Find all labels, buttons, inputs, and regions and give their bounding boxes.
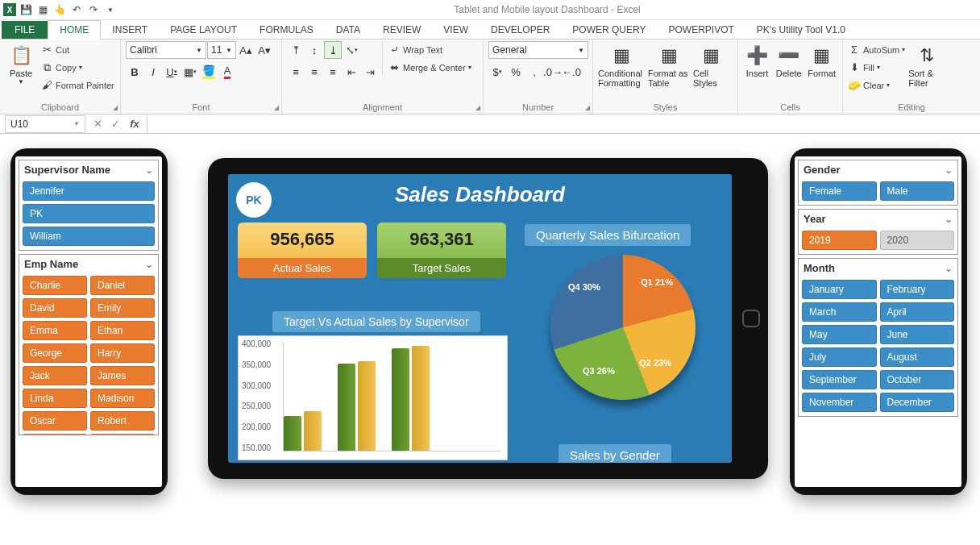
touch-mode-icon[interactable]: 👆 bbox=[52, 2, 67, 17]
slicer-month-item[interactable]: January bbox=[802, 280, 877, 299]
tab-data[interactable]: DATA bbox=[325, 21, 372, 39]
alignment-dialog-launcher[interactable]: ◢ bbox=[475, 104, 480, 111]
decrease-indent-icon[interactable]: ⇤ bbox=[343, 63, 360, 81]
filter-clear-icon[interactable]: ⌄ bbox=[145, 164, 153, 176]
font-color-button[interactable]: A bbox=[218, 63, 236, 81]
slicer-year-item[interactable]: 2020 bbox=[880, 231, 955, 250]
cell-styles-button[interactable]: ▦Cell Styles bbox=[693, 41, 729, 93]
name-box[interactable]: U10▼ bbox=[5, 115, 85, 133]
orientation-icon[interactable]: ⤡▾ bbox=[343, 41, 360, 59]
slicer-year-item[interactable]: 2019 bbox=[802, 231, 877, 250]
underline-button[interactable]: U▾ bbox=[163, 63, 181, 81]
slicer-emp-item[interactable]: George bbox=[23, 343, 87, 363]
slicer-emp-item[interactable]: Jack bbox=[23, 366, 87, 385]
border-button[interactable]: ▦▾ bbox=[181, 63, 199, 81]
number-format-combo[interactable]: General▼ bbox=[488, 41, 588, 59]
slicer-month-item[interactable]: April bbox=[880, 302, 955, 322]
delete-cells-button[interactable]: ➖Delete bbox=[774, 41, 803, 93]
filter-clear-icon[interactable]: ⌄ bbox=[145, 259, 153, 270]
align-right-icon[interactable]: ≡ bbox=[324, 63, 342, 81]
slicer-month-item[interactable]: February bbox=[880, 280, 955, 299]
fill-button[interactable]: ⬇Fill▾ bbox=[848, 59, 905, 76]
tab-developer[interactable]: DEVELOPER bbox=[480, 21, 561, 39]
slicer-supervisor-item[interactable]: Jennifer bbox=[23, 181, 155, 201]
format-painter-button[interactable]: 🖌Format Painter bbox=[40, 77, 114, 94]
slicer-month-item[interactable]: August bbox=[880, 347, 955, 367]
slicer-gender-item[interactable]: Male bbox=[880, 181, 955, 201]
insert-cells-button[interactable]: ➕Insert bbox=[743, 41, 771, 93]
enter-formula-icon[interactable]: ✓ bbox=[106, 115, 124, 133]
slicer-emp-item[interactable]: Emily bbox=[90, 298, 155, 318]
slicer-emp-item[interactable]: Madison bbox=[90, 389, 155, 408]
slicer-gender-item[interactable]: Female bbox=[802, 181, 877, 201]
slicer-month-item[interactable]: March bbox=[802, 302, 877, 322]
decrease-decimal-icon[interactable]: ←.0 bbox=[563, 63, 580, 81]
font-size-combo[interactable]: 11▼ bbox=[207, 41, 236, 59]
align-bottom-icon[interactable]: ⤓ bbox=[324, 41, 342, 59]
slicer-month-item[interactable]: October bbox=[880, 370, 955, 389]
slicer-month-item[interactable]: June bbox=[880, 325, 955, 344]
paste-button[interactable]: 📋 Paste ▼ bbox=[5, 41, 37, 93]
decrease-font-icon[interactable]: A▾ bbox=[255, 41, 273, 59]
slicer-emp-item[interactable]: James bbox=[90, 366, 155, 385]
tab-review[interactable]: REVIEW bbox=[372, 21, 432, 39]
formula-input[interactable] bbox=[147, 115, 980, 133]
slicer-emp-item[interactable]: Robert bbox=[90, 411, 155, 431]
filter-clear-icon[interactable]: ⌄ bbox=[945, 214, 953, 225]
comma-icon[interactable]: , bbox=[525, 63, 543, 81]
clipboard-dialog-launcher[interactable]: ◢ bbox=[113, 104, 118, 111]
italic-button[interactable]: I bbox=[144, 63, 162, 81]
align-middle-icon[interactable]: ↕ bbox=[305, 41, 323, 59]
slicer-emp-item[interactable]: Sophie bbox=[23, 434, 87, 435]
format-cells-button[interactable]: ▦Format bbox=[806, 41, 837, 93]
qat-customize-icon[interactable]: ▼ bbox=[103, 2, 118, 17]
increase-indent-icon[interactable]: ⇥ bbox=[361, 63, 379, 81]
slicer-month-item[interactable]: May bbox=[802, 325, 877, 344]
tab-home[interactable]: HOME bbox=[48, 20, 101, 40]
clear-button[interactable]: 🧽Clear▾ bbox=[848, 77, 905, 94]
percent-icon[interactable]: % bbox=[507, 63, 525, 81]
tab-pk-utility[interactable]: PK's Utility Tool V1.0 bbox=[745, 21, 857, 39]
bold-button[interactable]: B bbox=[126, 63, 143, 81]
slicer-emp-item[interactable]: Oscar bbox=[23, 411, 87, 431]
filter-clear-icon[interactable]: ⌄ bbox=[945, 263, 953, 274]
tab-formulas[interactable]: FORMULAS bbox=[248, 21, 325, 39]
align-center-icon[interactable]: ≡ bbox=[305, 63, 323, 81]
currency-icon[interactable]: $▾ bbox=[488, 63, 506, 81]
slicer-emp-item[interactable]: Harry bbox=[90, 343, 155, 363]
tab-powerquery[interactable]: POWER QUERY bbox=[561, 21, 657, 39]
fill-color-button[interactable]: 🪣 bbox=[200, 63, 218, 81]
tab-powerpivot[interactable]: POWERPIVOT bbox=[657, 21, 745, 39]
cancel-formula-icon[interactable]: ✕ bbox=[89, 115, 106, 133]
number-dialog-launcher[interactable]: ◢ bbox=[585, 104, 590, 111]
filter-clear-icon[interactable]: ⌄ bbox=[945, 164, 953, 176]
slicer-emp-item[interactable]: Charlie bbox=[23, 276, 87, 295]
qat-icon[interactable]: ▦ bbox=[35, 2, 50, 17]
slicer-emp-item[interactable]: Ethan bbox=[90, 321, 155, 340]
tab-pagelayout[interactable]: PAGE LAYOUT bbox=[159, 21, 248, 39]
save-icon[interactable]: 💾 bbox=[19, 2, 33, 17]
cut-button[interactable]: ✂Cut bbox=[40, 41, 114, 58]
slicer-month-item[interactable]: December bbox=[880, 393, 955, 412]
slicer-supervisor-item[interactable]: PK bbox=[23, 204, 155, 223]
slicer-emp-item[interactable]: David bbox=[23, 298, 87, 318]
format-as-table-button[interactable]: ▦Format as Table bbox=[648, 41, 690, 93]
tab-insert[interactable]: INSERT bbox=[101, 21, 159, 39]
tab-file[interactable]: FILE bbox=[2, 21, 48, 39]
slicer-month-item[interactable]: November bbox=[802, 393, 877, 412]
autosum-button[interactable]: ΣAutoSum▾ bbox=[848, 41, 905, 58]
slicer-emp-item[interactable]: Daniel bbox=[90, 276, 155, 295]
increase-decimal-icon[interactable]: .0→ bbox=[544, 63, 562, 81]
redo-icon[interactable]: ↷ bbox=[86, 2, 101, 17]
undo-icon[interactable]: ↶ bbox=[69, 2, 84, 17]
slicer-month-item[interactable]: July bbox=[802, 347, 877, 367]
increase-font-icon[interactable]: A▴ bbox=[237, 41, 255, 59]
slicer-month-item[interactable]: September bbox=[802, 370, 877, 389]
font-dialog-launcher[interactable]: ◢ bbox=[274, 104, 279, 111]
align-left-icon[interactable]: ≡ bbox=[287, 63, 305, 81]
merge-center-button[interactable]: ⬌Merge & Center▾ bbox=[388, 59, 471, 76]
slicer-emp-item[interactable]: Thomas bbox=[90, 434, 155, 435]
sort-filter-button[interactable]: ⇅Sort & Filter bbox=[908, 41, 945, 93]
align-top-icon[interactable]: ⤒ bbox=[287, 41, 305, 59]
fx-icon[interactable]: fx bbox=[126, 115, 143, 133]
